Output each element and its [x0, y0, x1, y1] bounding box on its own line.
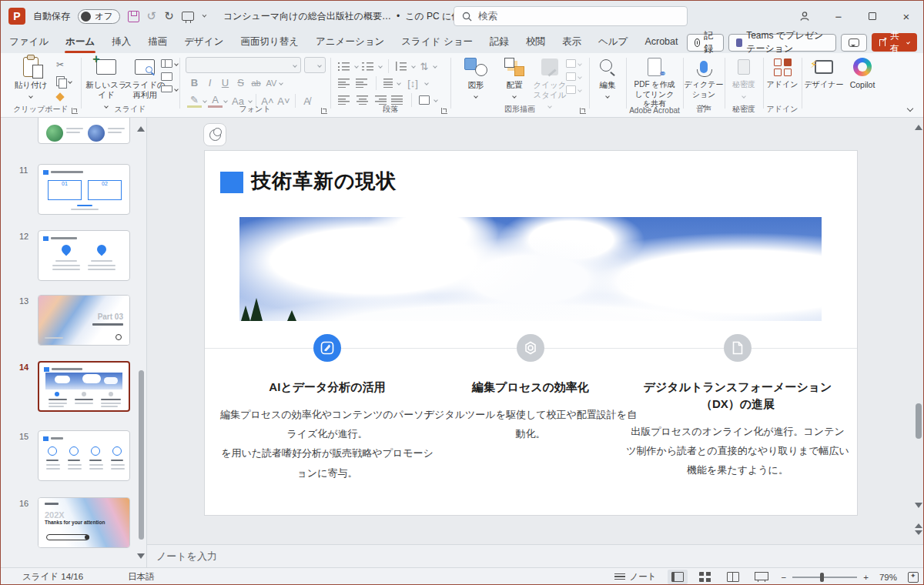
document-title[interactable]: コンシューマ向けの総合出版社の概要…	[223, 10, 391, 23]
quick-access-toolbar-chevron-icon[interactable]	[202, 13, 206, 18]
character-spacing-button[interactable]: AV	[264, 79, 279, 88]
share-button[interactable]: 共有	[872, 33, 917, 52]
drawing-dialog-launcher[interactable]	[580, 108, 586, 114]
comments-button[interactable]	[841, 34, 867, 52]
zoom-slider-thumb[interactable]	[820, 573, 824, 582]
zoom-out-button[interactable]: −	[782, 573, 787, 582]
addins-button[interactable]: アドイン	[762, 55, 803, 90]
quick-styles-button[interactable]: クイック スタイル	[529, 55, 571, 110]
font-size-combobox[interactable]	[304, 57, 326, 73]
undo-icon[interactable]: ↺	[147, 9, 157, 23]
autosave-toggle[interactable]: オフ	[78, 9, 120, 24]
reset-slide-button[interactable]	[161, 72, 178, 81]
text-shadow-button[interactable]: ab	[249, 79, 263, 88]
sky-image[interactable]	[239, 217, 822, 321]
reuse-slides-button[interactable]: スライドの再利用	[124, 55, 166, 100]
sensitivity-button[interactable]: 秘密度	[723, 55, 765, 100]
scrollbar-thumb[interactable]	[916, 403, 922, 439]
thumbnail-scrollbar[interactable]	[139, 370, 144, 540]
thumbnail-scroll-down-icon[interactable]	[137, 553, 145, 563]
account-icon[interactable]	[788, 1, 822, 32]
tab-insert[interactable]: 挿入	[103, 32, 139, 54]
zoom-slider[interactable]	[792, 577, 857, 578]
tab-acrobat[interactable]: Acrobat	[636, 32, 686, 52]
thumbnail-slide-14-selected[interactable]	[38, 361, 130, 412]
tab-file[interactable]: ファイル	[1, 32, 57, 54]
slide-title[interactable]: 技術革新の現状	[251, 168, 397, 195]
zoom-level[interactable]: 79%	[879, 573, 897, 582]
line-spacing-icon[interactable]	[395, 62, 408, 71]
scroll-down-icon[interactable]	[915, 503, 922, 512]
editing-button[interactable]: 編集	[587, 55, 628, 100]
dictate-button[interactable]: ディクテーション	[683, 55, 725, 109]
numbering-icon[interactable]	[362, 62, 375, 71]
italic-button[interactable]: I	[203, 77, 217, 89]
paste-button[interactable]: 貼り付け	[10, 55, 52, 100]
shape-fill-icon[interactable]	[566, 59, 581, 68]
new-slide-button[interactable]: + 新しいスライド	[85, 55, 127, 110]
bullets-icon[interactable]	[338, 62, 351, 71]
sort-text-icon[interactable]: ⇅	[419, 61, 430, 72]
copilot-button[interactable]: Copilot	[842, 55, 883, 90]
bold-button[interactable]: B	[187, 77, 202, 89]
reading-view-button[interactable]	[723, 570, 743, 584]
canvas-copilot-button[interactable]	[203, 123, 226, 146]
columns-icon[interactable]	[383, 79, 393, 88]
thumbnail-slide-13[interactable]: Part 03	[38, 295, 130, 346]
thumbnail-slide-11[interactable]: 01 02	[38, 164, 130, 215]
thumbnail-slide-15[interactable]	[38, 430, 130, 481]
teams-present-button[interactable]: Teams でプレゼンテーション	[728, 34, 836, 52]
language-indicator[interactable]: 日本語	[128, 571, 155, 583]
shape-outline-icon[interactable]	[566, 72, 581, 81]
notes-pane[interactable]: ノートを入力	[147, 544, 924, 567]
current-slide[interactable]: 技術革新の現状 AIとデータ分析の活用 編集プロセスの効率化やコンテンツのパーソ…	[205, 151, 857, 515]
tab-help[interactable]: ヘルプ	[590, 32, 636, 54]
section-button[interactable]	[161, 85, 178, 92]
tab-draw[interactable]: 描画	[139, 32, 176, 54]
previous-slide-button[interactable]	[915, 520, 922, 528]
redo-icon[interactable]: ↻	[164, 9, 174, 23]
thumbnail-slide-12[interactable]	[38, 230, 130, 281]
tab-record[interactable]: 記録	[481, 32, 517, 54]
thumbnail-scroll-up-icon[interactable]	[137, 122, 145, 132]
designer-button[interactable]: デザイナー	[803, 55, 845, 90]
column-editing[interactable]: 編集プロセスの効率化 デジタルツールを駆使して校正や配置設計を自動化。	[423, 334, 638, 443]
minimize-button[interactable]: −	[822, 1, 855, 32]
tab-review[interactable]: 校閲	[517, 32, 554, 54]
format-painter-icon[interactable]	[56, 93, 66, 103]
copy-icon[interactable]	[56, 76, 65, 87]
maximize-button[interactable]	[855, 1, 889, 32]
record-button[interactable]: 記録	[687, 34, 724, 52]
fit-slide-to-window-icon[interactable]	[908, 572, 919, 583]
thumbnail-slide-10[interactable]	[38, 118, 130, 144]
save-icon[interactable]	[128, 11, 139, 22]
tab-transitions[interactable]: 画面切り替え	[232, 32, 307, 54]
slide-layout-button[interactable]	[161, 59, 178, 68]
slide-indicator[interactable]: スライド 14/16	[22, 571, 83, 583]
scroll-up-icon[interactable]	[915, 121, 922, 130]
cut-icon[interactable]: ✂	[56, 59, 64, 70]
notes-toggle-button[interactable]: ノート	[614, 571, 656, 583]
strikethrough-button[interactable]: S	[233, 77, 248, 89]
slide-sorter-view-button[interactable]	[695, 570, 715, 584]
column-ai[interactable]: AIとデータ分析の活用 編集プロセスの効率化やコンテンツのパーソナライズ化が進行…	[219, 334, 435, 483]
thumbnail-slide-16[interactable]: 202X Thanks for your attention	[38, 497, 130, 548]
start-slideshow-icon[interactable]	[182, 12, 194, 21]
collapse-ribbon-chevron-icon[interactable]	[907, 105, 913, 112]
zoom-in-button[interactable]: +	[863, 573, 869, 582]
increase-indent-icon[interactable]	[356, 79, 369, 88]
search-input[interactable]: 検索	[454, 6, 688, 26]
tab-slideshow[interactable]: スライド ショー	[393, 32, 481, 54]
font-name-combobox[interactable]	[186, 57, 301, 73]
create-pdf-button[interactable]: PDF を作成してリンクを共有	[634, 55, 675, 109]
clipboard-dialog-launcher[interactable]	[72, 108, 78, 114]
tab-home[interactable]: ホーム	[57, 32, 103, 54]
vertical-scrollbar[interactable]	[914, 118, 923, 544]
column-dx[interactable]: デジタルトランスフォーメーション（DX）の進展 出版プロセスのオンライン化が進行…	[626, 334, 849, 480]
decrease-indent-icon[interactable]	[338, 79, 351, 88]
font-dialog-launcher[interactable]	[321, 108, 327, 114]
next-slide-button[interactable]	[915, 530, 922, 539]
slideshow-view-button[interactable]	[751, 570, 771, 584]
normal-view-button[interactable]	[668, 570, 688, 584]
close-button[interactable]: ×	[889, 1, 923, 32]
